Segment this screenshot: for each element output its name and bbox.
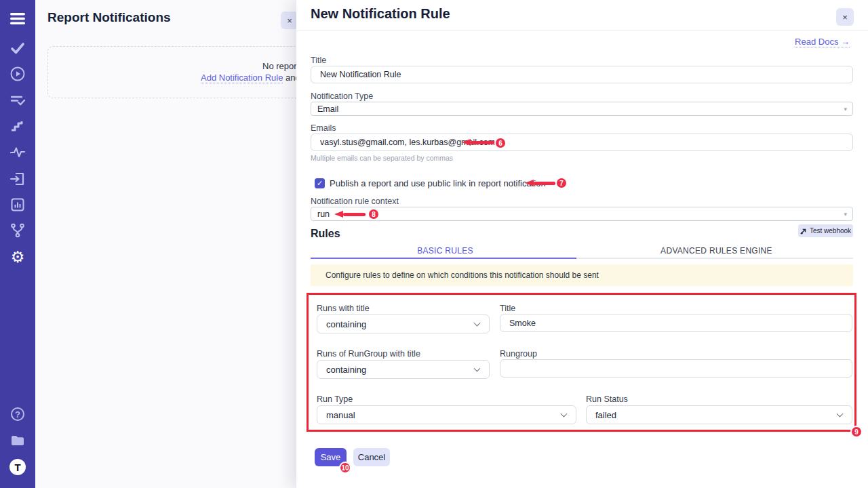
emails-label: Emails bbox=[311, 123, 336, 133]
panel-title: Report Notifications bbox=[47, 10, 171, 25]
active-tab-indicator bbox=[311, 258, 576, 259]
runs-with-title-select[interactable]: containing bbox=[317, 314, 490, 333]
rules-heading: Rules bbox=[311, 228, 340, 240]
rule-title-input[interactable]: Smoke bbox=[500, 314, 852, 332]
context-select[interactable]: run bbox=[311, 207, 853, 221]
annotation-box-9: Runs with title containing Title Smoke R… bbox=[307, 293, 856, 432]
annotation-badge-8: 8 bbox=[368, 208, 380, 220]
tab-basic-rules[interactable]: BASIC RULES bbox=[311, 246, 580, 256]
notification-type-label: Notification Type bbox=[311, 92, 373, 101]
play-circle-icon[interactable] bbox=[9, 66, 26, 82]
dropdown-arrow-icon bbox=[844, 211, 847, 217]
branch-icon[interactable] bbox=[9, 222, 26, 239]
rules-info-banner: Configure rules to define on which condi… bbox=[311, 264, 853, 286]
notification-type-select[interactable]: Email bbox=[311, 102, 853, 116]
menu-icon[interactable] bbox=[9, 10, 26, 26]
publish-report-label: Publish a report and use public link in … bbox=[330, 178, 546, 188]
read-docs-link[interactable]: Read Docs → bbox=[795, 37, 850, 47]
cancel-button[interactable]: Cancel bbox=[353, 448, 390, 466]
test-webhook-button[interactable]: Test webhook bbox=[798, 224, 853, 237]
modal-title: New Notification Rule bbox=[311, 6, 450, 22]
publish-report-checkbox[interactable]: ✓ bbox=[315, 178, 325, 188]
runs-of-rungroup-label: Runs of RunGroup with title bbox=[317, 349, 420, 359]
annotation-arrow-6 bbox=[462, 139, 495, 146]
annotation-badge-10: 10 bbox=[339, 462, 351, 474]
title-label: Title bbox=[311, 56, 326, 65]
help-icon[interactable]: ? bbox=[9, 406, 26, 422]
runs-with-title-label: Runs with title bbox=[317, 304, 370, 313]
webhook-icon bbox=[800, 228, 807, 235]
tab-advanced-rules-engine[interactable]: ADVANCED RULES ENGINE bbox=[580, 246, 853, 256]
rungroup-input[interactable] bbox=[500, 359, 852, 378]
bar-chart-icon[interactable] bbox=[9, 197, 26, 213]
header-divider bbox=[296, 30, 868, 31]
rungroup-label: Rungroup bbox=[500, 349, 537, 359]
close-icon[interactable]: × bbox=[836, 8, 854, 26]
activity-icon[interactable] bbox=[9, 144, 26, 161]
new-notification-rule-modal: New Notification Rule × Read Docs → Titl… bbox=[296, 0, 868, 488]
annotation-badge-9: 9 bbox=[850, 426, 863, 438]
logo-t[interactable]: T bbox=[9, 459, 26, 475]
chevron-down-icon bbox=[561, 411, 568, 418]
annotation-arrow-8 bbox=[334, 211, 366, 218]
rule-title-label: Title bbox=[500, 304, 515, 313]
app-canvas: ⚙ ? T Report Notifications × No report n… bbox=[0, 0, 868, 488]
sign-in-icon[interactable] bbox=[9, 171, 26, 187]
context-label: Notification rule context bbox=[311, 197, 399, 206]
check-icon[interactable] bbox=[9, 40, 26, 56]
add-notification-rule-link[interactable]: Add Notification Rule bbox=[201, 73, 283, 83]
list-check-icon[interactable] bbox=[9, 92, 26, 108]
annotation-arrow-7 bbox=[525, 180, 555, 186]
run-status-select[interactable]: failed bbox=[586, 405, 852, 424]
run-status-label: Run Status bbox=[586, 394, 628, 404]
chevron-down-icon bbox=[837, 411, 844, 418]
gear-icon[interactable]: ⚙ bbox=[9, 249, 26, 265]
steps-icon[interactable] bbox=[9, 118, 26, 134]
folder-icon[interactable] bbox=[9, 432, 26, 449]
runs-of-rungroup-select[interactable]: containing bbox=[317, 360, 490, 379]
title-input[interactable]: New Notification Rule bbox=[311, 66, 853, 83]
run-type-label: Run Type bbox=[317, 394, 353, 404]
sidebar: ⚙ ? T bbox=[0, 0, 35, 488]
annotation-badge-7: 7 bbox=[555, 177, 568, 189]
run-type-select[interactable]: manual bbox=[317, 405, 576, 424]
chevron-down-icon bbox=[474, 365, 481, 372]
chevron-down-icon bbox=[474, 320, 481, 327]
annotation-badge-6: 6 bbox=[494, 137, 507, 149]
emails-help-text: Multiple emails can be separated by comm… bbox=[311, 154, 453, 162]
dropdown-arrow-icon bbox=[844, 106, 847, 112]
emails-input[interactable]: vasyl.stus@gmail.com, les.kurbas@gmail.c… bbox=[311, 134, 853, 151]
